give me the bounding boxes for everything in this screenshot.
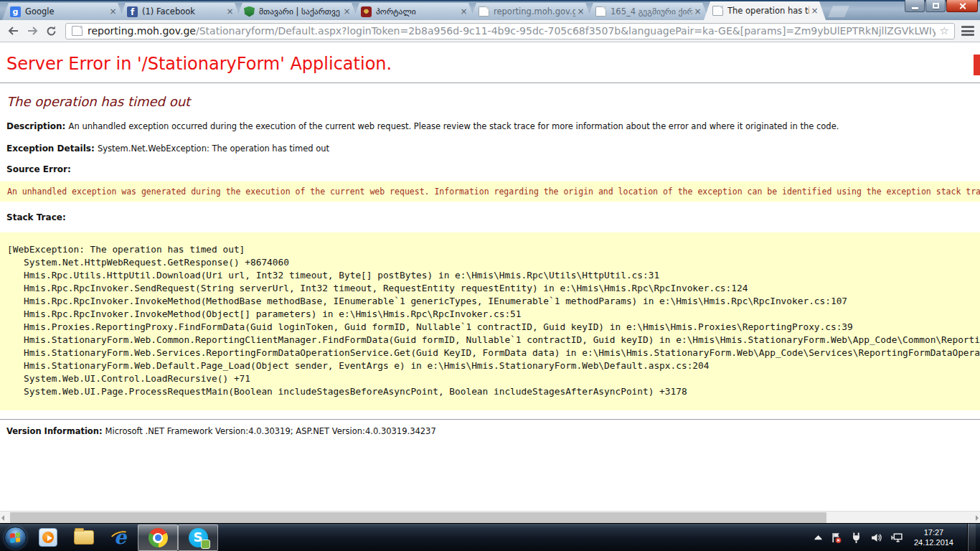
address-bar[interactable]: reporting.moh.gov.ge/Stationaryform/Defa… [65,23,955,39]
browser-viewport: Server Error in '/StationaryForm' Applic… [0,43,980,511]
reload-button[interactable] [42,22,60,39]
url-path: /Stationaryform/Default.aspx?loginToken=… [196,25,936,37]
source-error-box: An unhandled exception was generated dur… [0,182,980,202]
maximize-button[interactable] [925,0,946,12]
forward-button[interactable] [23,22,42,39]
source-error-label: Source Error: [6,164,980,174]
url-host: reporting.moh.gov.ge [88,25,196,37]
system-tray: 17:27 24.12.2014 [814,524,980,551]
show-desktop-button[interactable] [967,524,976,551]
taskbar-media-player-button[interactable] [30,524,66,551]
taskbar-explorer-button[interactable] [66,524,102,551]
taskbar-skype-button[interactable]: S [178,524,218,551]
chrome-icon [149,528,168,547]
page-favicon [72,26,83,36]
google-favicon: g [10,6,21,17]
internet-explorer-icon: e [110,527,130,547]
menu-button[interactable] [960,24,976,37]
tab-reporting[interactable]: reporting.moh.gov.ge × [470,3,592,20]
tab-facebook[interactable]: f (1) Facebook × [119,3,241,20]
taskbar-clock[interactable]: 17:27 24.12.2014 [914,527,953,547]
version-label: Version Information: [6,426,105,436]
exception-row: Exception Details: System.Net.WebExcepti… [6,143,980,154]
tab-label: პორტალი [376,6,458,17]
window-controls [904,0,978,12]
menu-icon [961,26,974,28]
minimize-button[interactable] [905,0,925,12]
shield-favicon [244,6,255,17]
description-label: Description: [6,121,69,131]
scroll-right-arrow-icon[interactable] [976,515,979,521]
tab-close-icon[interactable]: × [575,6,586,17]
stack-trace-text: [WebException: The operation has timed o… [7,243,980,398]
taskbar-chrome-button[interactable] [138,524,178,551]
power-plug-icon[interactable] [850,532,862,544]
browser-toolbar: reporting.moh.gov.ge/Stationaryform/Defa… [0,20,980,42]
clipped-red-text-artifact [974,55,980,75]
explorer-icon [74,530,94,545]
forward-icon [26,25,39,37]
network-icon[interactable] [890,532,903,544]
stack-trace-label: Stack Trace: [6,212,980,222]
new-tab-button[interactable] [828,6,849,17]
bookmark-star-icon[interactable]: ☆ [940,24,949,37]
tab-close-icon[interactable]: × [225,6,235,17]
start-orb-icon [4,527,27,549]
volume-icon[interactable] [870,532,882,544]
tab-portali[interactable]: პორტალი × [353,3,475,20]
tab-close-icon[interactable]: × [458,6,469,17]
tab-label: მთავარი | საქართვე [259,6,341,17]
back-button[interactable] [4,22,23,39]
page-favicon [712,6,723,16]
facebook-favicon: f [127,6,138,17]
start-button[interactable] [0,524,30,551]
divider [0,83,980,83]
tab-google[interactable]: g Google × [2,3,124,20]
scroll-left-arrow-icon[interactable] [1,515,4,521]
tray-expand-icon[interactable] [814,535,822,540]
description-text: An unhandled exception occurred during t… [69,121,839,131]
tab-operation-timed-out[interactable]: The operation has tim × [704,1,826,20]
tab-label: (1) Facebook [142,6,225,17]
aspnet-error-page: Server Error in '/StationaryForm' Applic… [0,54,980,436]
stack-trace-box: [WebException: The operation has timed o… [0,232,980,410]
error-subtitle: The operation has timed out [6,94,980,109]
maximize-icon [933,3,939,9]
minimize-icon [912,7,918,9]
tab-close-icon[interactable]: × [809,6,820,17]
tab-label: 165_4 გეგმიური ქირურ [611,6,692,17]
back-icon [7,25,20,37]
horizontal-scrollbar[interactable] [0,511,980,523]
exception-text: System.Net.WebException: The operation h… [98,143,329,154]
tab-close-icon[interactable]: × [692,6,703,17]
tab-label: The operation has tim [727,6,809,16]
emblem-favicon [361,6,372,17]
description-row: Description: An unhandled exception occu… [6,121,980,131]
tab-mtavari[interactable]: მთავარი | საქართვე × [236,3,358,20]
tab-close-icon[interactable]: × [341,6,352,17]
clock-time: 17:27 [914,527,953,537]
browser-tab-strip: g Google × f (1) Facebook × მთავარი | სა… [0,0,980,20]
close-button[interactable] [946,0,978,12]
tab-165-4[interactable]: 165_4 გეგმიური ქირურ × [587,3,709,20]
page-favicon [479,6,489,17]
version-text: Microsoft .NET Framework Version:4.0.303… [105,426,436,436]
exception-label: Exception Details: [6,143,98,154]
divider [0,419,980,420]
clock-date: 24.12.2014 [914,537,953,547]
tab-close-icon[interactable]: × [108,6,118,17]
desktop-screen: g Google × f (1) Facebook × მთავარი | სა… [0,0,980,551]
page-favicon [595,6,606,17]
source-error-text: An unhandled exception was generated dur… [7,187,980,197]
page-title: Server Error in '/StationaryForm' Applic… [6,54,980,74]
windows-taskbar: e S [0,523,980,551]
version-row: Version Information: Microsoft .NET Fram… [6,426,980,436]
media-player-icon [39,528,57,547]
tab-label: Google [25,6,108,17]
close-icon [958,2,966,10]
url-text: reporting.moh.gov.ge/Stationaryform/Defa… [88,25,936,37]
scrollbar-thumb[interactable] [10,512,826,523]
action-center-flag-icon[interactable] [830,532,842,544]
tab-label: reporting.moh.gov.ge [494,6,575,17]
taskbar-internet-explorer-button[interactable]: e [102,524,138,551]
